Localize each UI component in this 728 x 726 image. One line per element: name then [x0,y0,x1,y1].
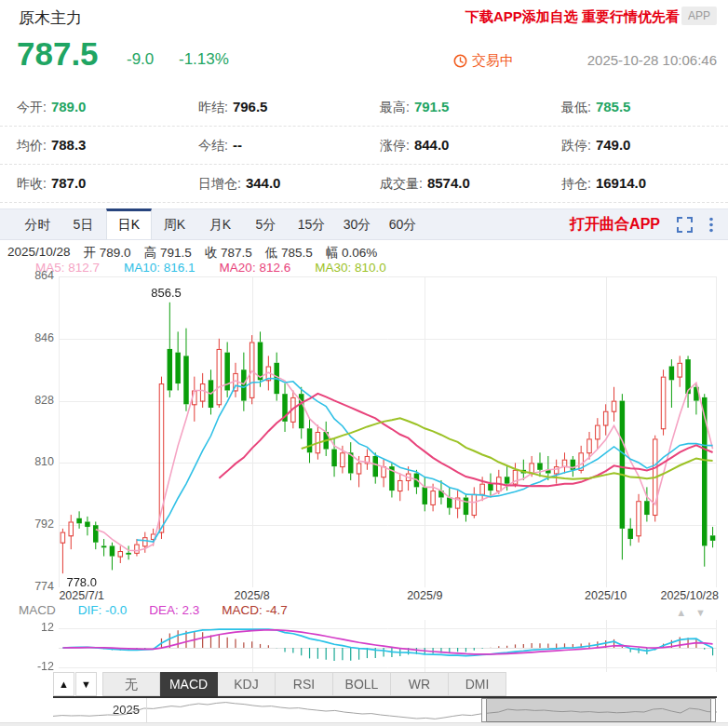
macd-pane-arrows[interactable]: ▲▼ [676,607,715,618]
period-tabbar: 分时5日日K周K月K5分15分30分60分打开曲合APP [0,208,728,240]
stat-label: 最高: [380,100,410,114]
stat-value: 791.5 [414,99,450,114]
kline-low: 低 785.5 [265,245,313,262]
stats-row-0: 今开:789.0昨结:796.5最高:791.5最低:785.5 [0,88,728,127]
low-annotation: 778.0 [66,575,97,589]
indicator-tab-dmi[interactable]: DMI [449,672,506,696]
period-tab-8[interactable]: 60分 [380,209,425,239]
stat-cell: 日增仓:344.0 [198,175,380,193]
stat-label: 昨结: [198,100,228,114]
stat-cell: 昨结:796.5 [198,99,380,116]
horizontal-scrollbar[interactable] [0,722,728,726]
ma-legend-item-10: MA10: 816.1 [124,261,195,275]
period-tab-5[interactable]: 5分 [243,209,289,239]
kline-close: 收 787.5 [205,245,252,262]
indicator-tab-macd[interactable]: MACD [160,672,218,696]
macd-dif-value: DIF: -0.0 [78,603,128,617]
kline-chart[interactable] [59,276,717,587]
y-tick-label: 846 [3,331,54,344]
x-tick-label: 2025/7/1 [59,589,104,602]
indicator-tab-无[interactable]: 无 [102,672,160,696]
ma-legend-item-30: MA30: 810.0 [315,261,386,275]
stat-label: 最低: [561,100,591,114]
open-app-link[interactable]: 打开曲合APP [570,215,660,235]
page-title: 原木主力 [19,7,82,29]
trading-status: 交易中 [453,52,514,70]
indicator-tab-rsi[interactable]: RSI [276,672,333,696]
x-tick-label: 2025/8 [210,589,294,602]
stat-value: 788.3 [51,137,87,153]
stat-value: 844.0 [414,137,450,153]
stat-label: 涨停: [380,138,410,153]
stat-cell: 最低:785.5 [561,99,728,116]
macd-title: MACD [19,603,56,617]
macd-chart[interactable] [59,620,717,672]
x-tick-label: 2025/9 [383,589,466,602]
pane-down-arrow[interactable]: ▼ [695,607,715,618]
y-tick-label: 774 [3,580,54,593]
y-tick-label: 792 [3,518,54,531]
high-annotation: 856.5 [151,286,182,300]
stat-cell: 今开:789.0 [17,99,198,116]
indicator-tab-wr[interactable]: WR [391,672,449,696]
navigator-right-handle[interactable] [710,698,716,722]
period-tab-1[interactable]: 5日 [61,209,106,239]
stat-cell: 最高:791.5 [380,99,561,116]
period-tab-6[interactable]: 15分 [289,209,334,239]
stats-row-1: 均价:788.3今结:--涨停:844.0跌停:749.0 [0,127,728,165]
stat-cell: 持仓:16914.0 [561,175,728,193]
y-tick-label: 810 [3,455,54,468]
stat-cell: 跌停:749.0 [561,137,728,155]
stat-label: 均价: [17,138,47,153]
stat-label: 日增仓: [198,176,241,191]
ma-legend-item-20: MA20: 812.6 [220,261,291,275]
stat-value: 16914.0 [596,175,646,191]
trading-status-label: 交易中 [472,52,514,70]
period-tab-3[interactable]: 周K [152,209,197,239]
navigator-selection[interactable] [484,698,713,722]
period-tabbar-right: 打开曲合APP [570,209,728,239]
x-tick-label: 2025/10 [564,589,648,602]
app-badge[interactable]: APP [681,7,717,25]
ma-legend: MA5: 812.7MA10: 816.1MA20: 812.6MA30: 81… [35,261,386,275]
indicator-tab-kdj[interactable]: KDJ [218,672,276,696]
stat-value: 796.5 [233,99,268,114]
indicator-scroll-down-button[interactable]: ▼ [75,672,97,696]
y-tick-label: 828 [3,394,54,407]
stat-value: -- [233,137,242,153]
stat-label: 昨收: [17,176,47,191]
download-app-promo-link[interactable]: 下载APP添加自选 重要行情优先看 [465,8,680,26]
stat-value: 785.5 [596,99,631,114]
kline-range: 幅 0.06% [326,245,378,262]
stat-cell: 涨停:844.0 [380,137,561,155]
quote-timestamp: 2025-10-28 10:06:46 [587,52,717,68]
navigator-year-tick [146,698,147,722]
stat-cell: 昨收:787.0 [17,175,198,193]
navigator[interactable]: 2025 [53,696,717,722]
pane-up-arrow[interactable]: ▲ [676,607,695,618]
period-tab-7[interactable]: 30分 [334,209,380,239]
price-change: -9.0 [127,50,154,69]
last-price: 787.5 [17,35,99,73]
stat-value: 8574.0 [427,175,470,191]
kline-date: 2025/10/28 [7,245,71,262]
stat-cell: 今结:-- [198,137,380,155]
y-tick-label: 864 [3,269,54,282]
clock-icon [453,54,467,68]
header: 原木主力 下载APP添加自选 重要行情优先看 APP [0,0,728,34]
stat-label: 成交量: [380,176,423,191]
stat-cell: 均价:788.3 [17,137,198,155]
period-tab-4[interactable]: 月K [197,209,243,239]
fullscreen-icon[interactable] [677,217,693,233]
stat-value: 749.0 [596,137,631,153]
kebab-menu-icon[interactable] [709,217,713,233]
macd-dea-value: DEA: 2.3 [149,603,199,617]
stats-row-2: 昨收:787.0日增仓:344.0成交量:8574.0持仓:16914.0 [0,165,728,203]
quote-row: 787.5 -9.0 -1.13% 交易中 2025-10-28 10:06:4… [0,34,728,86]
stat-value: 787.0 [51,175,87,191]
indicator-scroll-up-button[interactable]: ▲ [53,672,74,696]
navigator-left-handle[interactable] [481,698,487,722]
period-tab-0[interactable]: 分时 [15,209,61,239]
period-tab-2[interactable]: 日K [106,208,152,239]
indicator-tab-boll[interactable]: BOLL [333,672,391,696]
